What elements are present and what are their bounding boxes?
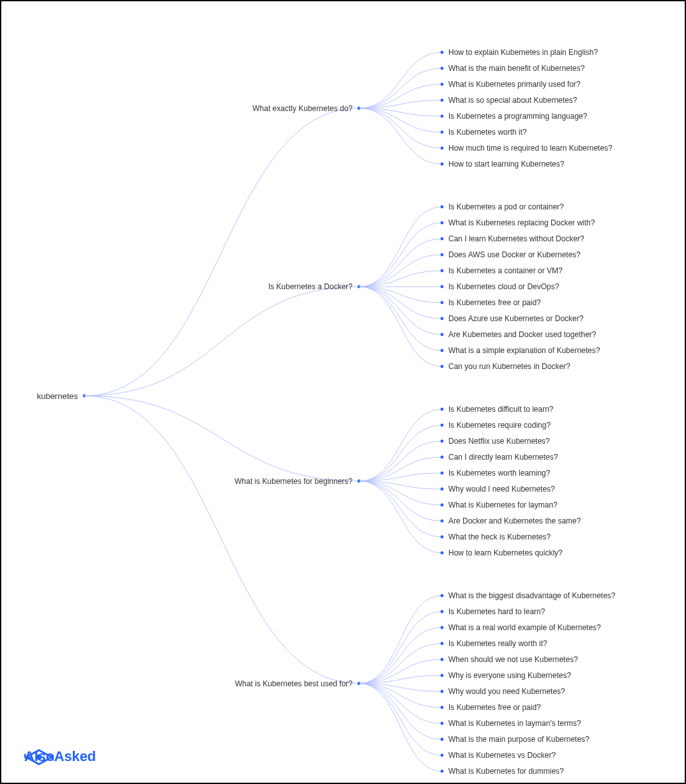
leaf-node: How to explain Kubernetes in plain Engli… (443, 49, 598, 56)
root-node: kubernetes (37, 392, 83, 400)
leaf-node: Does AWS use Docker or Kubernetes? (443, 251, 581, 259)
branch-node: What is Kubernetes for beginners? (234, 478, 358, 485)
leaf-node: Is Kubernetes hard to learn? (443, 608, 545, 615)
svg-point-47 (36, 755, 42, 760)
leaf-node: What is the main benefit of Kubernetes? (443, 64, 584, 72)
leaf-node: When should we not use Kubernetes? (443, 656, 578, 663)
leaf-node: Does Netflix use Kubernetes? (443, 437, 550, 445)
eye-icon (24, 748, 54, 766)
leaf-node: Is Kubernetes worth it? (443, 128, 527, 136)
leaf-node: Is Kubernetes cloud or DevOps? (443, 283, 559, 290)
leaf-node: How to learn Kubernetes quickly? (443, 549, 563, 557)
leaf-node: What is Kubernetes vs Docker? (443, 751, 556, 759)
leaf-node: How much time is required to learn Kuber… (443, 144, 613, 152)
leaf-node: Are Docker and Kubernetes the same? (443, 517, 581, 525)
leaf-node: What is a simple explanation of Kubernet… (443, 347, 600, 354)
leaf-node: Can I learn Kubernetes without Docker? (443, 235, 584, 243)
leaf-node: What is a real world example of Kubernet… (443, 624, 601, 631)
leaf-node: Why is everyone using Kubernetes? (443, 672, 571, 679)
leaf-node: How to start learning Kubernetes? (443, 160, 564, 168)
leaf-node: Why would you need Kubernetes? (443, 688, 565, 695)
brand-logo: AlsoAsked (24, 748, 96, 765)
leaf-node: Can I directly learn Kubernetes? (443, 453, 558, 461)
branch-node: What exactly Kubernetes do? (252, 105, 358, 112)
leaf-node: What is Kubernetes for dummies? (443, 767, 564, 775)
branch-node: Is Kubernetes a Docker? (268, 283, 358, 290)
leaf-node: Is Kubernetes a programming language? (443, 112, 587, 120)
diagram-frame: kubernetesWhat exactly Kubernetes do?How… (0, 0, 686, 784)
leaf-node: Is Kubernetes a pod or container? (443, 203, 564, 211)
leaf-node: What is so special about Kubernetes? (443, 96, 577, 104)
leaf-node: Is Kubernetes really worth it? (443, 640, 547, 647)
leaf-node: What is Kubernetes primarily used for? (443, 80, 581, 88)
leaf-node: Are Kubernetes and Docker used together? (443, 331, 596, 338)
leaf-node: Is Kubernetes require coding? (443, 421, 551, 429)
leaf-node: What is Kubernetes for layman? (443, 501, 558, 509)
leaf-node: Can you run Kubernetes in Docker? (443, 363, 570, 370)
leaf-node: What is the main purpose of Kubernetes? (443, 735, 590, 743)
leaf-node: What is Kubernetes in layman's terms? (443, 720, 581, 727)
leaf-node: What the heck is Kubernetes? (443, 533, 551, 541)
leaf-node: Is Kubernetes worth learning? (443, 469, 550, 477)
leaf-node: What is the biggest disadvantage of Kube… (443, 592, 616, 599)
leaf-node: Is Kubernetes free or paid? (443, 299, 541, 306)
branch-node: What is Kubernetes best used for? (235, 680, 358, 688)
leaf-node: Is Kubernetes a container or VM? (443, 267, 563, 275)
leaf-node: Why would I need Kubernetes? (443, 485, 555, 493)
leaf-node: Does Azure use Kubernetes or Docker? (443, 315, 583, 322)
leaf-node: What is Kubernetes replacing Docker with… (443, 219, 595, 227)
leaf-node: Is Kubernetes difficult to learn? (443, 405, 554, 413)
leaf-node: Is Kubernetes free or paid? (443, 704, 541, 711)
